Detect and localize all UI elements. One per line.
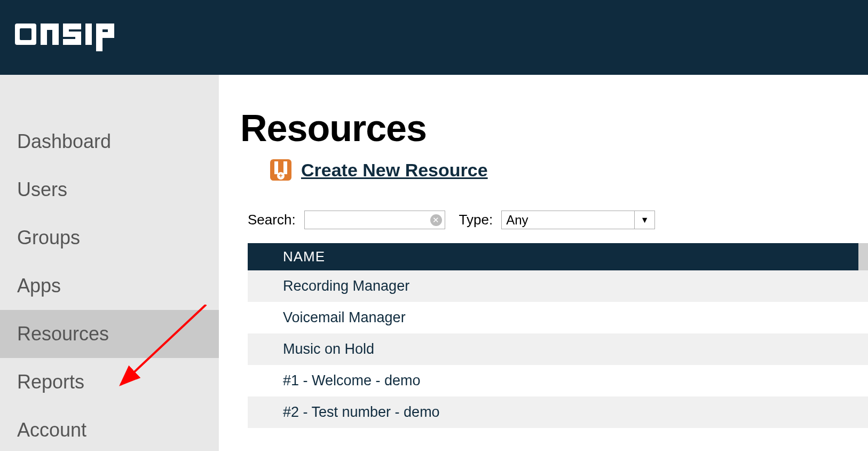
resources-table: NAME Recording Manager Voicemail Manager… [248,243,868,428]
svg-rect-4 [52,24,59,45]
type-label: Type: [459,212,493,228]
table-row[interactable]: #2 - Test number - demo [248,396,868,428]
sidebar-item-reports[interactable]: Reports [0,358,219,406]
svg-rect-5 [85,24,92,45]
table-row[interactable]: Recording Manager [248,270,868,302]
create-resource-link[interactable]: Create New Resource [301,160,488,181]
svg-rect-9 [96,32,114,38]
table-row[interactable]: Voicemail Manager [248,302,868,333]
clear-search-icon[interactable]: ✕ [430,214,442,226]
type-select[interactable]: Any [501,211,635,229]
svg-rect-1 [20,28,31,40]
brand-logo [15,20,122,55]
create-resource-icon: + [270,159,291,181]
sidebar-item-resources[interactable]: Resources [0,310,219,358]
sidebar-item-apps[interactable]: Apps [0,262,219,310]
create-new-resource[interactable]: + Create New Resource [270,159,868,181]
page-title: Resources [240,107,868,150]
table-header-label: NAME [283,248,325,265]
table-row[interactable]: Music on Hold [248,333,868,365]
sidebar-item-groups[interactable]: Groups [0,214,219,262]
sidebar-nav: Dashboard Users Groups Apps Resources Re… [0,75,219,451]
search-label: Search: [248,212,296,228]
main-content: Resources + Create New Resource Search: … [219,75,868,451]
table-row[interactable]: #1 - Welcome - demo [248,365,868,396]
table-scrollbar[interactable] [858,243,868,270]
sidebar-item-account[interactable]: Account [0,406,219,451]
top-header [0,0,868,75]
filter-row: Search: ✕ Type: Any ▼ [248,211,868,229]
sidebar-item-users[interactable]: Users [0,166,219,214]
table-header-name[interactable]: NAME [248,243,868,270]
type-dropdown-caret-icon[interactable]: ▼ [635,211,655,229]
sidebar-item-dashboard[interactable]: Dashboard [0,118,219,166]
search-input[interactable] [304,211,445,229]
